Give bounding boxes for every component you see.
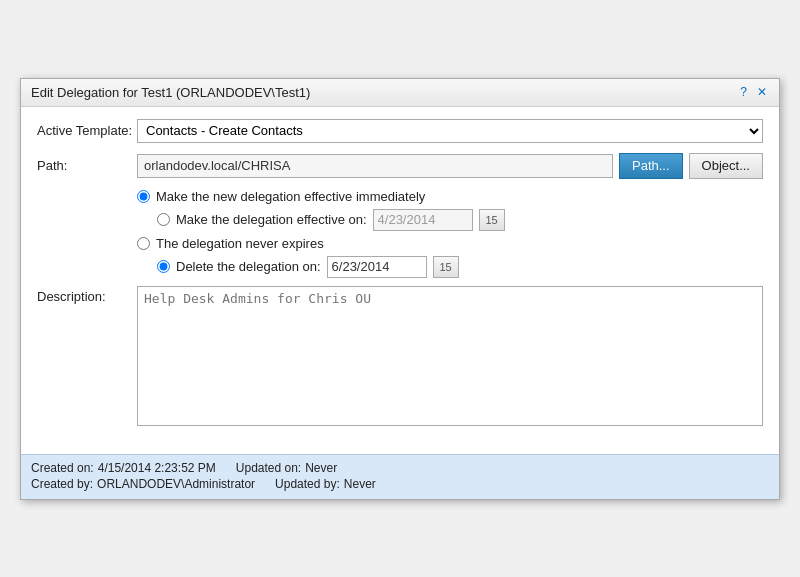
created-on-item: Created on: 4/15/2014 2:23:52 PM bbox=[31, 461, 216, 475]
active-template-control: Contacts - Create Contacts bbox=[137, 119, 763, 143]
object-button[interactable]: Object... bbox=[689, 153, 763, 179]
radio-effective-on[interactable] bbox=[157, 213, 170, 226]
radio-never-expires-label: The delegation never expires bbox=[156, 236, 324, 251]
radio-effective-on-label: Make the delegation effective on: bbox=[176, 212, 367, 227]
delete-on-date-input[interactable] bbox=[327, 256, 427, 278]
delete-on-calendar-icon[interactable]: 15 bbox=[433, 256, 459, 278]
updated-by-key: Updated by: bbox=[275, 477, 340, 491]
radio-immediate[interactable] bbox=[137, 190, 150, 203]
description-label: Description: bbox=[37, 286, 137, 304]
path-label: Path: bbox=[37, 158, 137, 173]
created-on-val: 4/15/2014 2:23:52 PM bbox=[98, 461, 216, 475]
created-by-key: Created by: bbox=[31, 477, 93, 491]
active-template-select[interactable]: Contacts - Create Contacts bbox=[137, 119, 763, 143]
created-by-item: Created by: ORLANDODEV\Administrator bbox=[31, 477, 255, 491]
description-row: Description: bbox=[37, 286, 763, 426]
path-control: Path... Object... bbox=[137, 153, 763, 179]
active-template-label: Active Template: bbox=[37, 123, 137, 138]
created-by-val: ORLANDODEV\Administrator bbox=[97, 477, 255, 491]
radio-delete-on-label: Delete the delegation on: bbox=[176, 259, 321, 274]
title-bar: Edit Delegation for Test1 (ORLANDODEV\Te… bbox=[21, 79, 779, 107]
effective-on-date-input[interactable] bbox=[373, 209, 473, 231]
radio-delete-on[interactable] bbox=[157, 260, 170, 273]
title-bar-controls: ? ✕ bbox=[738, 85, 769, 99]
path-button[interactable]: Path... bbox=[619, 153, 683, 179]
path-row: Path: Path... Object... bbox=[37, 153, 763, 179]
radio-never-expires-row: The delegation never expires bbox=[137, 236, 763, 251]
footer-row-2: Created by: ORLANDODEV\Administrator Upd… bbox=[31, 477, 769, 491]
delegation-timing-section: Make the new delegation effective immedi… bbox=[137, 189, 763, 278]
radio-delete-on-row: Delete the delegation on: 15 bbox=[157, 256, 763, 278]
radio-effective-on-row: Make the delegation effective on: 15 bbox=[157, 209, 763, 231]
description-textarea[interactable] bbox=[137, 286, 763, 426]
info-footer: Created on: 4/15/2014 2:23:52 PM Updated… bbox=[21, 454, 779, 499]
footer-row-1: Created on: 4/15/2014 2:23:52 PM Updated… bbox=[31, 461, 769, 475]
close-button[interactable]: ✕ bbox=[755, 85, 769, 99]
updated-on-item: Updated on: Never bbox=[236, 461, 337, 475]
updated-on-val: Never bbox=[305, 461, 337, 475]
dialog-title: Edit Delegation for Test1 (ORLANDODEV\Te… bbox=[31, 85, 310, 100]
radio-immediate-row: Make the new delegation effective immedi… bbox=[137, 189, 763, 204]
updated-by-val: Never bbox=[344, 477, 376, 491]
path-input[interactable] bbox=[137, 154, 613, 178]
created-on-key: Created on: bbox=[31, 461, 94, 475]
active-template-row: Active Template: Contacts - Create Conta… bbox=[37, 119, 763, 143]
updated-on-key: Updated on: bbox=[236, 461, 301, 475]
edit-delegation-dialog: Edit Delegation for Test1 (ORLANDODEV\Te… bbox=[20, 78, 780, 500]
effective-on-calendar-icon[interactable]: 15 bbox=[479, 209, 505, 231]
help-button[interactable]: ? bbox=[738, 85, 749, 99]
radio-never-expires[interactable] bbox=[137, 237, 150, 250]
dialog-body: Active Template: Contacts - Create Conta… bbox=[21, 107, 779, 446]
radio-immediate-label: Make the new delegation effective immedi… bbox=[156, 189, 425, 204]
updated-by-item: Updated by: Never bbox=[275, 477, 376, 491]
